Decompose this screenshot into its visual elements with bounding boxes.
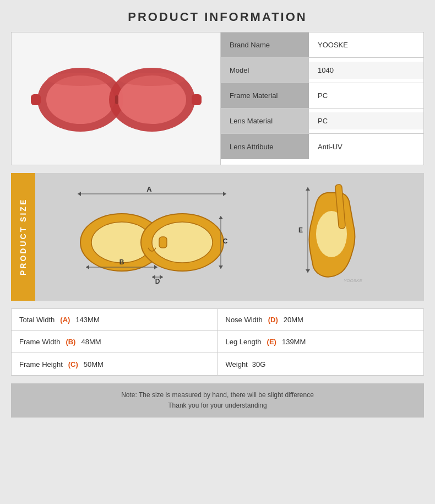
spec-value: 1040 [309, 62, 423, 79]
svg-text:B: B [119, 258, 124, 266]
measurement-cell: Leg Length(E)139MM [218, 331, 424, 353]
measurements-table: Total Width(A)143MMNose Width(D)20MMFram… [11, 308, 424, 376]
measurement-value: 143MM [75, 316, 99, 324]
top-section: Brand NameYOOSKEModel1040Frame MaterialP… [11, 32, 424, 165]
svg-rect-4 [115, 95, 118, 104]
spec-label: Frame Material [221, 83, 309, 108]
measurement-name: Frame Height [19, 360, 63, 368]
product-image-box [12, 32, 221, 165]
svg-marker-23 [219, 216, 223, 219]
svg-marker-24 [219, 265, 223, 269]
measurement-letter: (B) [66, 338, 75, 346]
measurement-letter: (E) [267, 338, 276, 346]
spec-label: Lens Attribute [221, 134, 309, 159]
measurement-name: Leg Length [226, 338, 262, 346]
spec-label: Model [221, 58, 309, 83]
measurement-value: 139MM [282, 338, 306, 346]
spec-row: Model1040 [221, 58, 423, 83]
svg-marker-11 [223, 192, 226, 196]
spec-label: Lens Material [221, 109, 309, 133]
note-line1: Note: The size is measured by hand, ther… [22, 390, 413, 400]
spec-row: Lens MaterialPC [221, 109, 423, 134]
measurement-name: Frame Width [19, 338, 60, 346]
svg-text:D: D [155, 278, 160, 285]
measurement-letter: (A) [60, 316, 70, 324]
measurement-row: Total Width(A)143MMNose Width(D)20MM [12, 309, 423, 331]
measurement-row: Frame Width(B)48MMLeg Length(E)139MM [12, 331, 423, 353]
svg-marker-33 [306, 187, 310, 191]
measurement-name: Weight [226, 360, 248, 368]
front-diagram: A B [67, 182, 243, 292]
page-container: PRODUCT INFORMATION [0, 0, 435, 504]
size-section: PRODUCT SIZE A [11, 173, 424, 301]
product-size-label: PRODUCT SIZE [11, 173, 35, 301]
measurement-row: Frame Height(C)50MMWeight30G [12, 353, 423, 375]
side-diagram: E YOOSKE [294, 182, 393, 292]
spec-value: YOOSKE [309, 36, 423, 53]
spec-value: PC [309, 87, 423, 104]
svg-text:C: C [222, 237, 227, 245]
svg-rect-6 [192, 94, 202, 105]
svg-text:YOOSKE: YOOSKE [344, 278, 362, 283]
measurement-cell: Weight30G [218, 353, 424, 375]
spec-row: Frame MaterialPC [221, 83, 423, 109]
measurement-value: 48MM [81, 338, 101, 346]
measurement-cell: Frame Height(C)50MM [12, 353, 218, 375]
measurement-cell: Frame Width(B)48MM [12, 331, 218, 353]
page-title: PRODUCT INFORMATION [128, 10, 307, 24]
svg-point-7 [47, 73, 113, 86]
svg-point-8 [119, 73, 185, 86]
measurement-cell: Nose Width(D)20MM [218, 309, 424, 330]
svg-marker-19 [86, 265, 89, 269]
svg-marker-10 [78, 192, 81, 196]
svg-rect-5 [31, 94, 41, 105]
measurement-value: 50MM [84, 360, 104, 368]
svg-text:A: A [146, 185, 152, 193]
svg-marker-28 [160, 275, 163, 279]
spec-label: Brand Name [221, 32, 309, 57]
svg-rect-17 [159, 237, 167, 248]
note-box: Note: The size is measured by hand, ther… [11, 383, 424, 418]
product-specs: Brand NameYOOSKEModel1040Frame MaterialP… [221, 32, 423, 165]
svg-marker-34 [306, 269, 310, 273]
measurement-value: 20MM [284, 316, 303, 324]
spec-value: Anti-UV [309, 138, 423, 155]
measurement-letter: (D) [268, 316, 278, 324]
note-line2: Thank you for your understanding [22, 400, 413, 411]
spec-row: Lens AttributeAnti-UV [221, 134, 423, 159]
measurement-value: 30G [252, 360, 266, 368]
sunglasses-image [28, 55, 204, 143]
measurement-name: Nose Width [226, 316, 263, 324]
spec-value: PC [309, 112, 423, 129]
measurement-letter: (C) [68, 360, 78, 368]
svg-text:E: E [298, 226, 302, 234]
measurement-cell: Total Width(A)143MM [12, 309, 218, 330]
size-diagrams: A B [35, 173, 424, 301]
measurement-name: Total Width [19, 316, 55, 324]
spec-row: Brand NameYOOSKE [221, 32, 423, 58]
